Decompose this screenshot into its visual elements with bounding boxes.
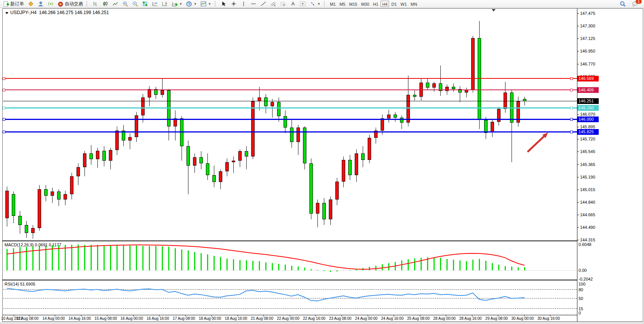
candle[interactable]: [102, 151, 106, 161]
candle[interactable]: [115, 131, 119, 150]
panel-separator[interactable]: [2, 280, 577, 281]
panel-separator[interactable]: [2, 241, 577, 241]
macd-histogram-bar: [272, 263, 273, 270]
macd-axis-label: 0.00: [579, 268, 587, 273]
candle[interactable]: [484, 120, 488, 133]
hline-end-marker[interactable]: [570, 131, 573, 133]
panel-separator[interactable]: [2, 279, 577, 280]
candle[interactable]: [342, 160, 345, 181]
candle[interactable]: [309, 163, 313, 214]
candle[interactable]: [64, 194, 67, 199]
candle[interactable]: [193, 157, 196, 166]
y-axis-tick-label: 145.015: [580, 187, 595, 192]
candle[interactable]: [303, 128, 306, 163]
candle[interactable]: [38, 189, 41, 228]
candle[interactable]: [187, 146, 190, 166]
hline-end-marker[interactable]: [570, 89, 573, 91]
candle[interactable]: [258, 97, 261, 101]
hline-end-marker[interactable]: [570, 77, 573, 80]
candle[interactable]: [109, 150, 112, 161]
rsi-axis-label: 80: [579, 287, 583, 292]
candle[interactable]: [432, 83, 436, 88]
candle[interactable]: [316, 203, 319, 214]
candle[interactable]: [232, 161, 235, 162]
candle[interactable]: [290, 128, 293, 142]
candle[interactable]: [225, 162, 229, 171]
candle[interactable]: [394, 115, 397, 118]
candle[interactable]: [277, 102, 281, 117]
candle[interactable]: [238, 151, 242, 160]
candle[interactable]: [452, 87, 455, 89]
candle[interactable]: [445, 87, 449, 91]
candle[interactable]: [361, 153, 365, 160]
candle[interactable]: [161, 90, 164, 94]
candle[interactable]: [219, 171, 222, 182]
candle[interactable]: [83, 153, 86, 167]
chart-shift-marker-icon[interactable]: [492, 9, 496, 11]
candle[interactable]: [271, 102, 274, 106]
candle[interactable]: [264, 97, 268, 106]
candle[interactable]: [70, 176, 73, 194]
candle[interactable]: [18, 216, 22, 225]
candle[interactable]: [284, 116, 287, 128]
candle[interactable]: [31, 228, 35, 233]
candle[interactable]: [51, 192, 54, 196]
candle[interactable]: [329, 200, 332, 220]
hline-146.251[interactable]: [3, 101, 577, 101]
rsi-axis-label: 50: [579, 296, 583, 301]
candle[interactable]: [245, 151, 248, 156]
candle[interactable]: [322, 203, 326, 219]
candle[interactable]: [497, 109, 501, 122]
candle[interactable]: [387, 115, 391, 118]
candle[interactable]: [141, 97, 145, 115]
panel-separator[interactable]: [2, 240, 577, 241]
candle[interactable]: [296, 128, 300, 142]
price-axis-line: [577, 8, 577, 322]
candle[interactable]: [148, 89, 151, 98]
x-axis-label: 21 Aug 08:00: [251, 316, 273, 321]
candle[interactable]: [212, 175, 216, 182]
candle[interactable]: [381, 118, 384, 131]
candle[interactable]: [44, 189, 48, 196]
candle[interactable]: [89, 153, 93, 159]
hline-end-marker[interactable]: [3, 107, 5, 109]
hline-145.825[interactable]: [3, 131, 577, 132]
candle[interactable]: [128, 137, 132, 140]
candle[interactable]: [25, 225, 28, 233]
candle[interactable]: [426, 83, 429, 88]
candle[interactable]: [77, 167, 80, 176]
candle[interactable]: [57, 192, 61, 200]
candle[interactable]: [199, 157, 203, 164]
candle[interactable]: [355, 153, 358, 175]
hline-end-marker[interactable]: [3, 131, 5, 133]
candle[interactable]: [348, 160, 352, 175]
hline-146.160[interactable]: [3, 107, 577, 109]
hline-146.000[interactable]: [3, 119, 577, 120]
candle[interactable]: [5, 191, 9, 218]
hline-end-marker[interactable]: [570, 118, 573, 121]
hline-end-marker[interactable]: [3, 118, 5, 121]
hline-end-marker[interactable]: [3, 77, 5, 80]
rsi-line: [7, 288, 524, 301]
macd-histogram-bar: [71, 245, 72, 270]
x-axis-label: 28 Aug 16:00: [459, 316, 482, 321]
candle[interactable]: [12, 194, 15, 215]
annotation-arrow[interactable]: [528, 136, 544, 152]
hline-146.409[interactable]: [3, 89, 577, 90]
candle[interactable]: [96, 151, 99, 160]
candle[interactable]: [335, 182, 339, 200]
chart-title: USDJPY-,H4 146.266 146.275 146.199 146.2…: [5, 10, 109, 15]
x-axis-label: 22 Aug 16:00: [303, 316, 325, 321]
collapse-triangle-icon[interactable]: [5, 12, 8, 14]
candle[interactable]: [471, 38, 475, 90]
candle[interactable]: [251, 101, 255, 156]
annotation-arrow-head[interactable]: [542, 132, 548, 138]
candle[interactable]: [206, 163, 209, 175]
time-axis-separator: [2, 315, 577, 315]
hline-end-marker[interactable]: [570, 107, 573, 109]
hline-146.569[interactable]: [3, 78, 577, 79]
chart-plot-area[interactable]: 147.475147.300147.125146.950146.770146.5…: [0, 0, 644, 324]
candle[interactable]: [368, 138, 371, 160]
hline-end-marker[interactable]: [3, 89, 5, 91]
candle[interactable]: [413, 95, 416, 97]
